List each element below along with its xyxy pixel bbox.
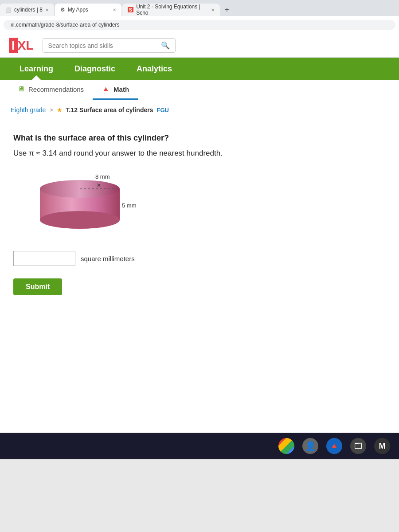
browser-chrome: ⬜ cylinders | 8 ✕ ⚙ My Apps ✕ S Unit 2 -… — [0, 0, 399, 34]
logo-xl: XL — [18, 39, 34, 52]
recommendations-icon: 🖥 — [18, 85, 25, 93]
nav-item-analytics[interactable]: Analytics — [126, 58, 183, 80]
skill-star-icon: ★ — [57, 106, 63, 113]
height-label: 5 mm — [122, 202, 137, 209]
tab-cylinders[interactable]: ⬜ cylinders | 8 ✕ — [0, 4, 54, 16]
ixl-app: IXL 🔍 Learning Diagnostic Analytics 🖥 Re… — [0, 34, 399, 433]
submit-button[interactable]: Submit — [13, 278, 62, 295]
tab-close-cylinders[interactable]: ✕ — [45, 8, 49, 12]
sub-nav-math[interactable]: 🔺 Math — [93, 80, 138, 100]
radius-label: 8 mm — [95, 173, 110, 180]
tab-label: cylinders | 8 — [14, 7, 43, 13]
nav-label-learning: Learning — [20, 64, 53, 74]
svg-text:✕: ✕ — [97, 182, 101, 188]
logo-i: I — [9, 38, 18, 53]
search-icon: 🔍 — [161, 41, 170, 50]
breadcrumb: Eighth grade > ★ T.12 Surface area of cy… — [0, 100, 399, 120]
taskbar-screen-icon[interactable]: 🗔 — [350, 438, 366, 454]
main-nav: Learning Diagnostic Analytics — [0, 58, 399, 80]
math-icon: 🔺 — [102, 85, 110, 93]
tab-favicon-myapps: ⚙ — [60, 7, 65, 13]
answer-area: square millimeters — [13, 251, 386, 266]
search-input[interactable] — [48, 42, 157, 49]
answer-input[interactable] — [13, 251, 75, 266]
url-text: xl.com/math/grade-8/surface-area-of-cyli… — [11, 22, 119, 28]
tab-close-myapps[interactable]: ✕ — [113, 8, 116, 12]
skill-label: T.12 Surface area of cylinders — [66, 106, 153, 113]
nav-label-diagnostic: Diagnostic — [74, 64, 115, 74]
nav-item-learning[interactable]: Learning — [9, 58, 64, 80]
tab-myapps-label: My Apps — [68, 7, 88, 13]
tab-favicon: ⬜ — [5, 7, 12, 13]
ixl-header: IXL 🔍 — [0, 34, 399, 58]
cylinder-svg: ✕ — [31, 171, 137, 233]
taskbar-mail-icon[interactable]: M — [374, 438, 390, 454]
unit-label: square millimeters — [81, 255, 135, 262]
nav-label-analytics: Analytics — [137, 64, 172, 74]
address-bar: xl.com/math/grade-8/surface-area-of-cyli… — [0, 16, 399, 34]
instruction-text: Use π ≈ 3.14 and round your answer to th… — [13, 149, 386, 158]
tab-bar: ⬜ cylinders | 8 ✕ ⚙ My Apps ✕ S Unit 2 -… — [0, 0, 399, 16]
content-area: What is the surface area of this cylinde… — [0, 120, 399, 309]
taskbar-person-icon[interactable]: 👤 — [302, 438, 318, 454]
tab-myapps[interactable]: ⚙ My Apps ✕ — [55, 4, 121, 16]
ixl-logo: IXL — [9, 39, 34, 53]
sub-nav: 🖥 Recommendations 🔺 Math — [0, 80, 399, 100]
cylinder-illustration-area: ✕ 8 mm 5 mm — [31, 171, 386, 233]
tab-close-unit2[interactable]: ✕ — [211, 8, 215, 12]
sub-nav-recommendations[interactable]: 🖥 Recommendations — [9, 80, 93, 100]
new-tab-button[interactable]: + — [221, 4, 233, 16]
search-box[interactable]: 🔍 — [43, 38, 176, 53]
tab-unit2-label: Unit 2 - Solving Equations | Scho — [136, 4, 208, 16]
question-text: What is the surface area of this cylinde… — [13, 133, 386, 143]
sub-nav-recommendations-label: Recommendations — [28, 86, 84, 93]
taskbar: 👤 🔺 🗔 M — [0, 433, 399, 459]
fgu-badge: FGU — [156, 107, 168, 113]
tab-favicon-unit2: S — [128, 7, 133, 12]
tab-unit2[interactable]: S Unit 2 - Solving Equations | Scho ✕ — [122, 4, 220, 16]
url-box[interactable]: xl.com/math/grade-8/surface-area-of-cyli… — [4, 20, 395, 30]
breadcrumb-grade[interactable]: Eighth grade — [11, 106, 46, 113]
svg-point-1 — [40, 211, 120, 229]
nav-item-diagnostic[interactable]: Diagnostic — [64, 58, 126, 80]
taskbar-chrome-icon[interactable] — [278, 438, 294, 454]
sub-nav-math-label: Math — [113, 86, 129, 93]
breadcrumb-chevron: > — [49, 106, 53, 113]
cylinder-figure: ✕ 8 mm 5 mm — [31, 171, 137, 233]
taskbar-triangle-icon[interactable]: 🔺 — [326, 438, 342, 454]
